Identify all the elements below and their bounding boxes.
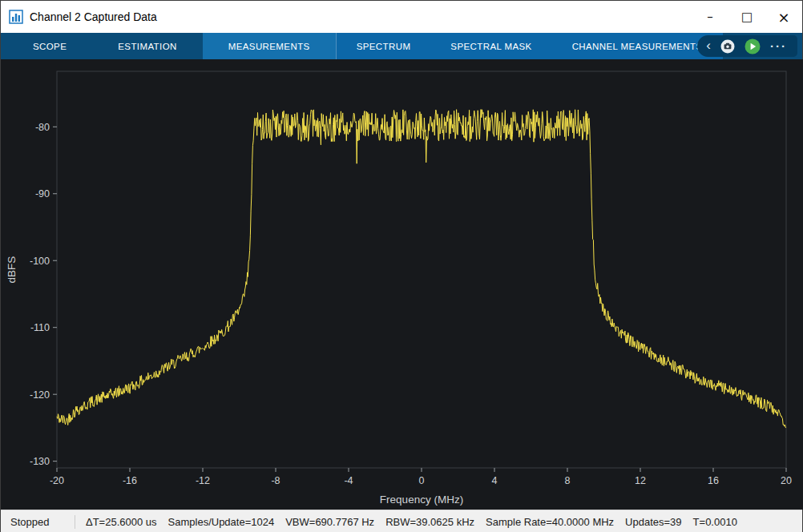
x-tick-label: -4 <box>344 475 353 486</box>
y-tick-label: -130 <box>30 456 50 467</box>
window-title: Channel 2 Captured Data <box>30 10 157 23</box>
status-samples-per-update: Samples/Update=1024 <box>168 516 275 528</box>
spectrum-chart[interactable]: -20-16-12-8-4048121620-80-90-100-110-120… <box>1 59 803 510</box>
x-tick-label: 0 <box>419 475 425 486</box>
more-options-icon[interactable]: ··· <box>770 39 787 53</box>
collapse-toolstrip-icon[interactable]: ‹ <box>706 38 711 52</box>
y-tick-label: -90 <box>35 188 50 200</box>
y-tick-label: -110 <box>30 322 50 333</box>
maximize-button[interactable]: □ <box>728 1 765 33</box>
status-updates: Updates=39 <box>625 516 681 528</box>
x-tick-label: -12 <box>196 475 210 486</box>
status-rbw: RBW=39.0625 kHz <box>385 516 474 528</box>
status-time: T=0.0010 <box>693 516 737 528</box>
app-window: Channel 2 Captured Data – □ × SCOPE ESTI… <box>0 0 803 532</box>
minimize-button[interactable]: – <box>692 1 728 33</box>
run-button[interactable] <box>744 38 761 54</box>
x-tick-label: 20 <box>781 475 792 486</box>
x-tick-label: 4 <box>492 475 498 486</box>
status-sample-rate: Sample Rate=40.0000 MHz <box>486 516 614 528</box>
y-tick-label: -120 <box>30 389 50 401</box>
tab-spectrum[interactable]: SPECTRUM <box>337 33 431 59</box>
window-controls: – □ × <box>692 1 802 33</box>
toolstrip: SCOPE ESTIMATION MEASUREMENTS SPECTRUM S… <box>1 33 802 59</box>
x-tick-label: -8 <box>271 475 280 486</box>
x-tick-label: 8 <box>565 475 571 486</box>
plot-background <box>1 59 803 510</box>
status-divider <box>75 515 75 529</box>
toolbar-quick-controls: ‹ ··· <box>697 35 797 57</box>
status-bar: Stopped ΔT=25.6000 us Samples/Update=102… <box>1 510 802 532</box>
y-tick-label: -100 <box>30 256 50 267</box>
scope-app-icon <box>9 10 23 24</box>
x-tick-label: -16 <box>123 475 137 486</box>
x-axis-title: Frequency (MHz) <box>380 494 463 506</box>
titlebar: Channel 2 Captured Data – □ × <box>1 1 802 33</box>
tab-scope[interactable]: SCOPE <box>7 33 92 59</box>
tab-estimation[interactable]: ESTIMATION <box>92 33 202 59</box>
close-button[interactable]: × <box>765 1 802 33</box>
x-tick-label: -20 <box>50 475 64 486</box>
status-delta-t: ΔT=25.6000 us <box>86 516 157 528</box>
measurements-context-tabs: SPECTRUM SPECTRAL MASK CHANNEL MEASUREME… <box>336 33 723 59</box>
x-tick-label: 12 <box>635 475 646 486</box>
y-tick-label: -80 <box>35 122 50 133</box>
x-tick-label: 16 <box>708 475 719 486</box>
y-axis-title: dBFS <box>6 256 18 284</box>
spectrum-plot-area[interactable]: -20-16-12-8-4048121620-80-90-100-110-120… <box>1 59 802 510</box>
status-vbw: VBW=690.7767 Hz <box>285 516 374 528</box>
tab-spectral-mask[interactable]: SPECTRAL MASK <box>430 33 551 59</box>
status-state: Stopped <box>1 516 75 528</box>
tab-measurements[interactable]: MEASUREMENTS <box>203 33 336 59</box>
snapshot-icon[interactable] <box>720 39 735 54</box>
